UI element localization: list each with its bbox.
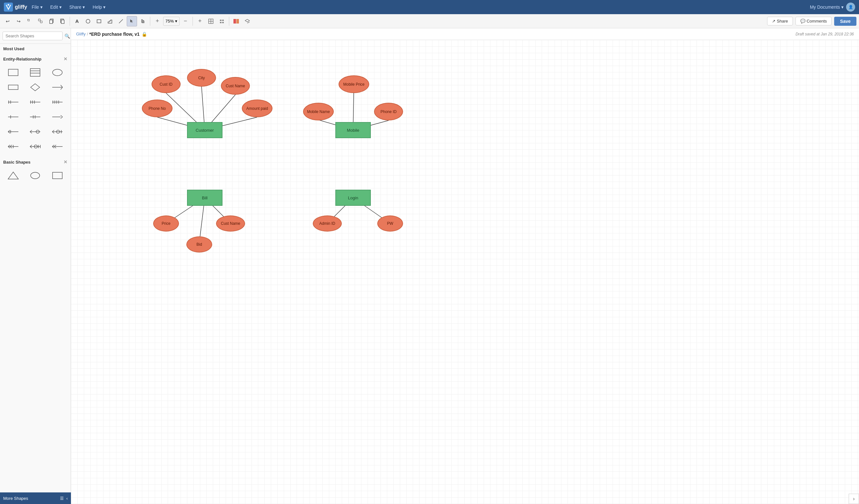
- select-button[interactable]: [25, 16, 35, 27]
- shape-er-10[interactable]: [3, 140, 23, 153]
- user-avatar[interactable]: 👤: [846, 3, 855, 12]
- svg-line-52: [61, 115, 63, 117]
- shape-er-3[interactable]: [47, 96, 67, 109]
- svg-rect-19: [236, 19, 239, 23]
- document-title: *ERD purchase flow, v1 🔒: [89, 32, 147, 37]
- list-icon[interactable]: ☰: [60, 496, 64, 501]
- comments-button[interactable]: 💬 Comments: [796, 17, 832, 26]
- breadcrumb: Gliffy / *ERD purchase flow, v1 🔒: [76, 32, 147, 37]
- entity-bill[interactable]: Bill: [187, 190, 223, 206]
- entity-customer[interactable]: Customer: [187, 122, 223, 138]
- entity-rel-header[interactable]: Entity-Relationship ✕: [0, 54, 71, 64]
- attr-admin-id[interactable]: Admin ID: [313, 216, 342, 232]
- app-logo[interactable]: gliffy: [4, 3, 27, 12]
- attr-price[interactable]: Price: [153, 216, 179, 232]
- entity-rel-label: Entity-Relationship: [3, 57, 41, 62]
- share-button[interactable]: ↗ Share: [767, 17, 793, 26]
- search-input[interactable]: [3, 32, 63, 40]
- nav-edit[interactable]: Edit ▾: [47, 3, 65, 11]
- rect-button[interactable]: [94, 16, 104, 27]
- user-menu[interactable]: My Documents ▾: [810, 4, 844, 10]
- svg-line-53: [61, 117, 63, 119]
- svg-line-32: [61, 87, 63, 90]
- svg-rect-15: [222, 20, 224, 21]
- shape-er-6[interactable]: [47, 110, 67, 123]
- color-button[interactable]: [231, 16, 242, 27]
- shape-small-rect[interactable]: [3, 81, 23, 94]
- attr-mobile-price[interactable]: Mobile Price: [338, 75, 369, 93]
- nav-share[interactable]: Share ▾: [66, 3, 88, 11]
- shape-table[interactable]: [25, 66, 45, 79]
- attr-amount-paid[interactable]: Amount paid: [242, 99, 272, 117]
- draft-status: Draft saved at Jan 29, 2018 22:36: [796, 32, 854, 36]
- svg-rect-23: [9, 69, 18, 76]
- shape-triangle[interactable]: [3, 169, 23, 182]
- canvas-inner: Customer Mobile Bill Login Cust ID: [71, 40, 458, 330]
- attr-phone-id[interactable]: Phone ID: [374, 103, 403, 121]
- breadcrumb-root[interactable]: Gliffy: [76, 32, 86, 36]
- redo-button[interactable]: ↪: [14, 16, 24, 27]
- shape-crow-foot[interactable]: [47, 81, 67, 94]
- shape-er-7[interactable]: [3, 125, 23, 138]
- attr-city[interactable]: City: [187, 69, 216, 86]
- zoom-level[interactable]: 75% ▾: [163, 17, 180, 26]
- svg-marker-84: [8, 172, 18, 179]
- shape-er-11[interactable]: [25, 140, 45, 153]
- save-button[interactable]: Save: [834, 17, 856, 26]
- layers-button[interactable]: [242, 16, 253, 27]
- shape-er-1[interactable]: [3, 96, 23, 109]
- entity-login[interactable]: Login: [335, 190, 371, 206]
- plus-button[interactable]: +: [195, 16, 205, 27]
- zoom-out-button[interactable]: −: [180, 16, 191, 27]
- circle-button[interactable]: [83, 16, 93, 27]
- diagram-button[interactable]: [217, 16, 227, 27]
- shape-box[interactable]: [47, 169, 67, 182]
- entity-rel-close[interactable]: ✕: [63, 56, 67, 62]
- nav-help[interactable]: Help ▾: [89, 3, 109, 11]
- expand-icon[interactable]: ›: [849, 494, 859, 504]
- nav-file[interactable]: File ▾: [28, 3, 46, 11]
- svg-rect-9: [97, 20, 101, 23]
- attr-pw[interactable]: PW: [377, 216, 403, 232]
- grid-button[interactable]: [206, 16, 216, 27]
- more-shapes-bar[interactable]: More Shapes ☰ ‹: [0, 492, 71, 504]
- entity-mobile[interactable]: Mobile: [335, 122, 371, 138]
- main-layout: 🔍 Most Used Entity-Relationship ✕: [0, 28, 859, 504]
- shape-er-4[interactable]: [3, 110, 23, 123]
- attr-cust-name-top[interactable]: Cust Name: [221, 77, 250, 95]
- svg-rect-28: [9, 85, 18, 90]
- line-button[interactable]: [116, 16, 126, 27]
- zoom-in-button[interactable]: +: [152, 16, 163, 27]
- attr-mobile-name[interactable]: Mobile Name: [303, 103, 334, 121]
- attr-phone-no[interactable]: Phone No: [142, 99, 172, 117]
- shape-er-5[interactable]: [25, 110, 45, 123]
- attr-bid[interactable]: Bid: [186, 236, 212, 252]
- hand-button[interactable]: [138, 16, 148, 27]
- shape-rectangle[interactable]: [3, 66, 23, 79]
- basic-shapes-header[interactable]: Basic Shapes ✕: [0, 157, 71, 167]
- shape-er-12[interactable]: [47, 140, 67, 153]
- most-used-section[interactable]: Most Used: [0, 44, 71, 54]
- attr-cust-id[interactable]: Cust ID: [152, 75, 181, 93]
- erd-lines: [71, 40, 458, 330]
- shape-er-8[interactable]: [25, 125, 45, 138]
- canvas[interactable]: Customer Mobile Bill Login Cust ID: [71, 40, 859, 504]
- arrow-icon[interactable]: ‹: [66, 496, 68, 501]
- pointer-button[interactable]: [127, 16, 137, 27]
- svg-point-27: [52, 69, 62, 76]
- undo-button[interactable]: ↩: [3, 16, 13, 27]
- basic-shapes: [0, 167, 71, 186]
- shape-diamond[interactable]: [25, 81, 45, 94]
- attr-cust-name-bot[interactable]: Cust Name: [216, 216, 245, 232]
- shape-er-9[interactable]: [47, 125, 67, 138]
- text-button[interactable]: A: [72, 16, 82, 27]
- select-multi-button[interactable]: [35, 16, 46, 27]
- stairs-button[interactable]: [105, 16, 115, 27]
- shape-ellipse[interactable]: [47, 66, 67, 79]
- basic-shapes-close[interactable]: ✕: [63, 159, 67, 164]
- shape-er-2[interactable]: [25, 96, 45, 109]
- toolbar-sep-4: [229, 17, 229, 26]
- copy-button[interactable]: [46, 16, 57, 27]
- paste-button[interactable]: [57, 16, 68, 27]
- shape-oval[interactable]: [25, 169, 45, 182]
